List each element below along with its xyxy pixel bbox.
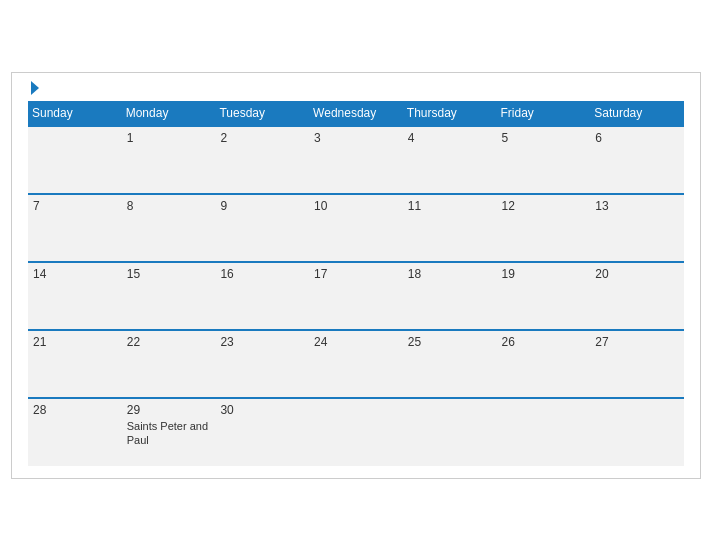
calendar-cell: 20 <box>590 262 684 330</box>
week-row-4: 21222324252627 <box>28 330 684 398</box>
days-header-row: SundayMondayTuesdayWednesdayThursdayFrid… <box>28 101 684 126</box>
day-header-sunday: Sunday <box>28 101 122 126</box>
day-header-monday: Monday <box>122 101 216 126</box>
week-row-2: 78910111213 <box>28 194 684 262</box>
day-number: 16 <box>220 267 304 281</box>
day-number: 4 <box>408 131 492 145</box>
day-number: 11 <box>408 199 492 213</box>
calendar-cell: 14 <box>28 262 122 330</box>
calendar-cell: 26 <box>497 330 591 398</box>
calendar-cell: 16 <box>215 262 309 330</box>
day-number: 10 <box>314 199 398 213</box>
day-header-wednesday: Wednesday <box>309 101 403 126</box>
calendar-cell <box>590 398 684 466</box>
calendar-cell: 19 <box>497 262 591 330</box>
calendar-container: SundayMondayTuesdayWednesdayThursdayFrid… <box>11 72 701 479</box>
day-header-saturday: Saturday <box>590 101 684 126</box>
calendar-cell: 3 <box>309 126 403 194</box>
logo-blue-text <box>28 81 39 96</box>
calendar-cell: 17 <box>309 262 403 330</box>
calendar-table: SundayMondayTuesdayWednesdayThursdayFrid… <box>28 101 684 466</box>
day-number: 28 <box>33 403 117 417</box>
calendar-cell: 27 <box>590 330 684 398</box>
calendar-cell: 2 <box>215 126 309 194</box>
calendar-cell: 12 <box>497 194 591 262</box>
calendar-cell: 5 <box>497 126 591 194</box>
day-number: 20 <box>595 267 679 281</box>
calendar-cell: 22 <box>122 330 216 398</box>
day-number: 19 <box>502 267 586 281</box>
calendar-cell: 29Saints Peter and Paul <box>122 398 216 466</box>
calendar-cell: 8 <box>122 194 216 262</box>
calendar-cell: 9 <box>215 194 309 262</box>
day-number: 6 <box>595 131 679 145</box>
day-number: 14 <box>33 267 117 281</box>
day-number: 27 <box>595 335 679 349</box>
day-number: 25 <box>408 335 492 349</box>
logo-triangle-icon <box>31 81 39 95</box>
week-row-1: 123456 <box>28 126 684 194</box>
week-row-5: 2829Saints Peter and Paul30 <box>28 398 684 466</box>
day-number: 29 <box>127 403 211 417</box>
calendar-cell: 1 <box>122 126 216 194</box>
calendar-cell: 30 <box>215 398 309 466</box>
day-number: 26 <box>502 335 586 349</box>
day-number: 7 <box>33 199 117 213</box>
calendar-body: 1234567891011121314151617181920212223242… <box>28 126 684 466</box>
day-number: 22 <box>127 335 211 349</box>
day-number: 9 <box>220 199 304 213</box>
calendar-cell: 13 <box>590 194 684 262</box>
day-number: 23 <box>220 335 304 349</box>
calendar-cell <box>403 398 497 466</box>
calendar-cell: 6 <box>590 126 684 194</box>
day-number: 8 <box>127 199 211 213</box>
day-number: 2 <box>220 131 304 145</box>
week-row-3: 14151617181920 <box>28 262 684 330</box>
day-number: 5 <box>502 131 586 145</box>
calendar-cell: 10 <box>309 194 403 262</box>
calendar-cell <box>497 398 591 466</box>
calendar-cell: 18 <box>403 262 497 330</box>
calendar-cell: 7 <box>28 194 122 262</box>
day-header-friday: Friday <box>497 101 591 126</box>
calendar-cell: 15 <box>122 262 216 330</box>
day-number: 21 <box>33 335 117 349</box>
calendar-cell: 28 <box>28 398 122 466</box>
day-number: 15 <box>127 267 211 281</box>
day-number: 18 <box>408 267 492 281</box>
day-number: 24 <box>314 335 398 349</box>
day-number: 17 <box>314 267 398 281</box>
calendar-cell <box>309 398 403 466</box>
calendar-thead: SundayMondayTuesdayWednesdayThursdayFrid… <box>28 101 684 126</box>
day-header-thursday: Thursday <box>403 101 497 126</box>
calendar-cell: 23 <box>215 330 309 398</box>
day-header-tuesday: Tuesday <box>215 101 309 126</box>
calendar-cell: 21 <box>28 330 122 398</box>
day-number: 30 <box>220 403 304 417</box>
day-number: 13 <box>595 199 679 213</box>
calendar-cell: 11 <box>403 194 497 262</box>
logo <box>28 81 39 96</box>
day-number: 12 <box>502 199 586 213</box>
calendar-cell: 4 <box>403 126 497 194</box>
day-number: 3 <box>314 131 398 145</box>
day-number: 1 <box>127 131 211 145</box>
calendar-cell: 24 <box>309 330 403 398</box>
event-text: Saints Peter and Paul <box>127 419 211 448</box>
calendar-cell: 25 <box>403 330 497 398</box>
calendar-cell <box>28 126 122 194</box>
